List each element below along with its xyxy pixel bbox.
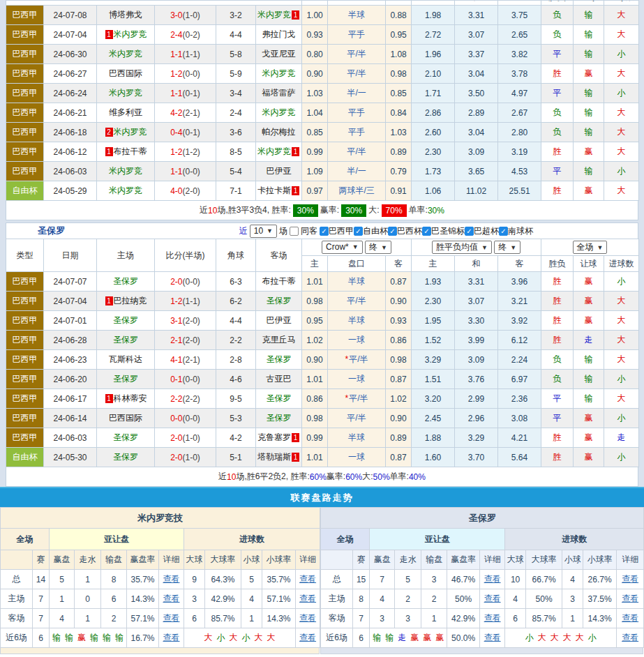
trend-data-row: 总1451835.7%查看964.3%535.7%查看 xyxy=(1,570,320,589)
handicap-pushes: 5 xyxy=(395,570,421,589)
asian-final-select[interactable]: 终▼ xyxy=(365,241,391,254)
view-detail-link[interactable]: 查看 xyxy=(484,613,501,623)
goals-result-cell: 大 xyxy=(604,292,639,311)
result-cell: 负 xyxy=(541,25,574,45)
handicap-text: 半球 xyxy=(348,276,365,286)
league-checkbox[interactable]: ✓ xyxy=(354,227,363,236)
asian-home-odds: 1.02 xyxy=(302,331,328,350)
view-detail-cell: 查看 xyxy=(159,589,184,609)
asian-away-odds: 0.90 xyxy=(386,409,412,428)
goals-result-cell-value: 小 xyxy=(617,166,626,176)
summary-segment: 大: xyxy=(362,471,373,483)
view-detail-link[interactable]: 查看 xyxy=(622,574,638,584)
card-count-badge: 1 xyxy=(105,147,113,156)
handicap-result-cell: 输 xyxy=(574,84,604,103)
streak-item: 输 xyxy=(385,633,394,642)
clipped-header-blank xyxy=(6,1,302,6)
view-detail-link[interactable]: 查看 xyxy=(163,613,180,623)
group-header-full: 全场 xyxy=(1,529,50,550)
corner-score: 2-8 xyxy=(216,350,256,370)
view-detail-link[interactable]: 查看 xyxy=(299,594,316,603)
euro-home-odds: 2.72 xyxy=(412,25,455,45)
result-cell: 胜 xyxy=(541,142,574,162)
home-team-cell: 圣保罗 xyxy=(97,448,155,467)
clipped-header-label: 主 xyxy=(302,1,327,4)
streak-item: 小 xyxy=(525,633,534,642)
league-type-cell: 巴西甲 xyxy=(6,162,44,181)
full-time-score: 3-1 xyxy=(170,316,182,326)
league-checkbox[interactable]: ✓ xyxy=(320,227,329,236)
team1-match-table: 主盘口客主和客胜负让球进球数巴西甲24-07-08博塔弗戈3-0(1-0)3-2… xyxy=(6,0,639,201)
league-checkbox[interactable]: ✓ xyxy=(388,227,397,236)
goals-result-cell-value: 小 xyxy=(617,49,626,59)
league-checkbox[interactable]: ✓ xyxy=(422,227,431,236)
result-cell: 胜 xyxy=(541,272,574,292)
col-header-handicap: 盘口 xyxy=(328,256,386,272)
handicap-wins: 1 xyxy=(50,589,75,609)
asian-home-odds: 0.90 xyxy=(302,350,328,370)
chevron-down-icon: ▼ xyxy=(597,244,604,251)
away-team-cell: 弗拉门戈 xyxy=(256,25,302,45)
view-detail-link[interactable]: 查看 xyxy=(299,574,316,584)
score-cell: 1-2(1-2) xyxy=(155,142,216,162)
view-detail-link[interactable]: 查看 xyxy=(622,613,638,623)
half-time-score: (0-1) xyxy=(183,128,200,137)
corner-score: 3-2 xyxy=(216,6,256,25)
view-detail-link[interactable]: 查看 xyxy=(299,613,316,623)
euro-draw-odds: 11.02 xyxy=(455,181,498,201)
match-date: 24-06-23 xyxy=(44,350,97,370)
view-detail-link[interactable]: 查看 xyxy=(484,633,501,642)
view-detail-link[interactable]: 查看 xyxy=(163,633,180,642)
asian-away-odds: 0.79 xyxy=(386,162,412,181)
goals-result-cell-value: 小 xyxy=(617,374,626,384)
result-cell-value: 负 xyxy=(553,107,562,117)
bookmaker-select[interactable]: Crow*▼ xyxy=(322,241,363,254)
result-cell: 负 xyxy=(541,6,574,25)
league-checkbox[interactable]: ✓ xyxy=(465,227,474,236)
league-filter-label: 南球杯 xyxy=(508,225,533,237)
match-count-select[interactable]: 10▼ xyxy=(250,225,277,238)
match-row: 巴西甲24-06-21维多利亚4-2(2-1)2-4米内罗竞1.04平手0.84… xyxy=(6,103,639,123)
result-cell-value: 负 xyxy=(553,127,562,137)
streak-item: 小 xyxy=(588,633,597,642)
full-time-score: 3-0 xyxy=(170,10,182,20)
under-count: 4 xyxy=(241,589,262,609)
avg-odds-select[interactable]: 胜平负均值▼ xyxy=(432,241,492,254)
team-name: 弗拉门戈 xyxy=(262,29,296,39)
euro-draw-odds: 3.09 xyxy=(455,350,498,370)
trend-table: 米内罗竞技全场亚让盘进球数赛赢盘走水输盘赢盘率详细大球大球率小球小球率详细总14… xyxy=(0,507,320,648)
handicap-result-cell: 输 xyxy=(574,162,604,181)
goals-streak: 小大大大大小 xyxy=(505,628,617,648)
view-detail-link[interactable]: 查看 xyxy=(484,574,501,584)
league-checkbox[interactable]: ✓ xyxy=(499,227,508,236)
half-time-score: (1-1) xyxy=(183,50,200,59)
handicap-line: 平/半 xyxy=(328,45,386,64)
view-detail-link[interactable]: 查看 xyxy=(622,594,638,603)
full-time-score: 2-0 xyxy=(170,433,182,443)
trend-col-header: 小球 xyxy=(562,550,583,570)
view-detail-link[interactable]: 查看 xyxy=(163,594,180,603)
col-header-euro-draw: 和 xyxy=(455,256,498,272)
view-detail-link[interactable]: 查看 xyxy=(299,633,316,642)
goals-result-cell: 小 xyxy=(604,272,639,292)
league-type-cell: 巴西甲 xyxy=(6,272,44,292)
home-team-cell: 维多利亚 xyxy=(97,103,155,123)
result-cell: 胜 xyxy=(541,428,574,448)
handicap-text: 一球 xyxy=(348,335,365,345)
team-name: 米内罗竞 xyxy=(262,107,296,117)
team-name: 米内罗竞 xyxy=(109,49,142,59)
clipped-header-label: 客 xyxy=(386,1,411,4)
clipped-header-cell: 主 xyxy=(302,1,328,6)
handicap-result-cell: 输 xyxy=(574,350,604,370)
view-detail-link[interactable]: 查看 xyxy=(484,594,501,603)
summary-segment: 30% xyxy=(293,204,318,217)
scope-select[interactable]: 全场▼ xyxy=(573,241,608,254)
euro-final-select[interactable]: 终▼ xyxy=(494,241,521,254)
same-away-checkbox[interactable] xyxy=(290,227,299,236)
view-detail-link[interactable]: 查看 xyxy=(622,633,638,642)
clipped-header-label: 进球数 xyxy=(604,1,638,4)
score-cell: 2-0(0-0) xyxy=(155,272,216,292)
away-team-cell: 帕尔梅拉 xyxy=(256,123,302,142)
view-detail-link[interactable]: 查看 xyxy=(163,574,180,584)
match-row: 自由杯24-05-29米内罗竞4-0(2-0)7-1卡拉卡斯10.97两球半/三… xyxy=(6,181,639,201)
